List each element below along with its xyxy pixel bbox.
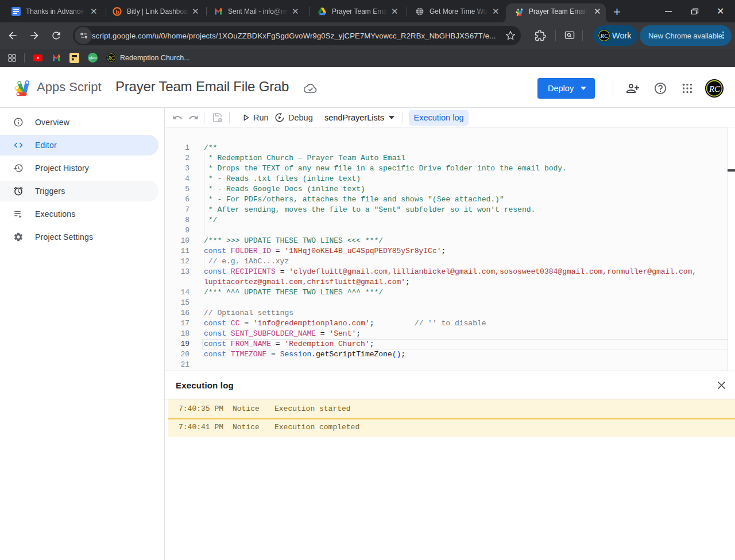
svg-text:gloo: gloo — [89, 56, 96, 60]
svg-text:RC: RC — [600, 33, 609, 39]
svg-text:RC: RC — [108, 56, 115, 61]
svg-text:b: b — [115, 8, 119, 15]
svg-text:RC: RC — [709, 84, 721, 94]
